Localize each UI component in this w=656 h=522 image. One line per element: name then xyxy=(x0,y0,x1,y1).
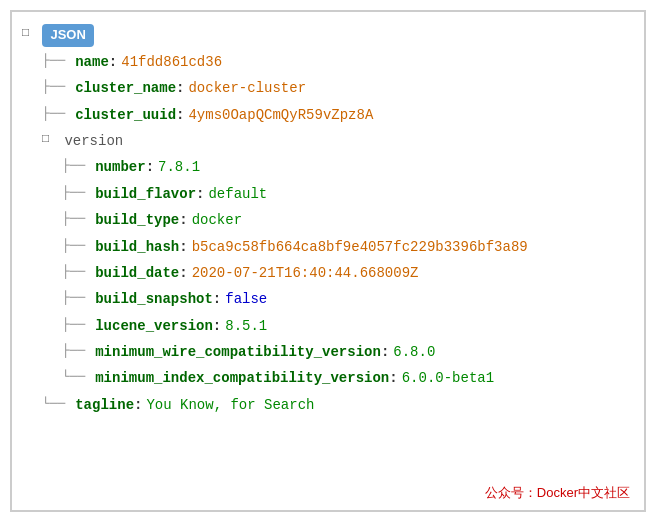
field-build-type: ├── build_type : docker xyxy=(12,207,644,233)
val-tagline: You Know, for Search xyxy=(146,394,314,416)
field-build-hash: ├── build_hash : b5ca9c58fb664ca8bf9e405… xyxy=(12,234,644,260)
key-name: name xyxy=(75,51,109,73)
colon: : xyxy=(109,51,117,73)
colon: : xyxy=(176,104,184,126)
key-lucene-version: lucene_version xyxy=(95,315,213,337)
key-min-wire: minimum_wire_compatibility_version xyxy=(95,341,381,363)
connector: └── xyxy=(62,367,93,388)
field-build-flavor: ├── build_flavor : default xyxy=(12,181,644,207)
connector: ├── xyxy=(62,183,93,204)
colon: : xyxy=(134,394,142,416)
connector: └── xyxy=(42,394,73,415)
collapse-version-icon[interactable]: □ xyxy=(42,130,56,149)
connector: ├── xyxy=(62,288,93,309)
key-build-type: build_type xyxy=(95,209,179,231)
connector: ├── xyxy=(62,315,93,336)
key-number: number xyxy=(95,156,145,178)
root-node[interactable]: □ JSON xyxy=(12,22,644,49)
field-build-snapshot: ├── build_snapshot : false xyxy=(12,286,644,312)
json-viewer: □ JSON ├── name : 41fdd861cd36 ├── clust… xyxy=(10,10,646,512)
val-cluster-uuid: 4yms0OapQCmQyR59vZpz8A xyxy=(188,104,373,126)
field-lucene-version: ├── lucene_version : 8.5.1 xyxy=(12,313,644,339)
key-build-hash: build_hash xyxy=(95,236,179,258)
val-cluster-name: docker-cluster xyxy=(188,77,306,99)
connector: ├── xyxy=(42,104,73,125)
connector: ├── xyxy=(62,209,93,230)
val-name: 41fdd861cd36 xyxy=(121,51,222,73)
field-build-date: ├── build_date : 2020-07-21T16:40:44.668… xyxy=(12,260,644,286)
connector: ├── xyxy=(62,236,93,257)
version-label: version xyxy=(64,130,123,152)
field-tagline: └── tagline : You Know, for Search xyxy=(12,392,644,418)
colon: : xyxy=(176,77,184,99)
field-number: ├── number : 7.8.1 xyxy=(12,154,644,180)
val-build-type: docker xyxy=(192,209,242,231)
colon: : xyxy=(196,183,204,205)
field-min-wire: ├── minimum_wire_compatibility_version :… xyxy=(12,339,644,365)
key-build-date: build_date xyxy=(95,262,179,284)
connector: ├── xyxy=(42,51,73,72)
colon: : xyxy=(179,262,187,284)
field-cluster-name: ├── cluster_name : docker-cluster xyxy=(12,75,644,101)
collapse-icon[interactable]: □ xyxy=(22,24,36,43)
key-build-snapshot: build_snapshot xyxy=(95,288,213,310)
colon: : xyxy=(146,156,154,178)
val-build-date: 2020-07-21T16:40:44.668009Z xyxy=(192,262,419,284)
field-name: ├── name : 41fdd861cd36 xyxy=(12,49,644,75)
colon: : xyxy=(389,367,397,389)
field-cluster-uuid: ├── cluster_uuid : 4yms0OapQCmQyR59vZpz8… xyxy=(12,102,644,128)
colon: : xyxy=(381,341,389,363)
val-build-snapshot: false xyxy=(225,288,267,310)
key-tagline: tagline xyxy=(75,394,134,416)
colon: : xyxy=(179,209,187,231)
json-badge: JSON xyxy=(42,24,93,47)
key-build-flavor: build_flavor xyxy=(95,183,196,205)
key-min-index: minimum_index_compatibility_version xyxy=(95,367,389,389)
val-lucene-version: 8.5.1 xyxy=(225,315,267,337)
val-min-index: 6.0.0-beta1 xyxy=(402,367,494,389)
val-build-flavor: default xyxy=(208,183,267,205)
val-min-wire: 6.8.0 xyxy=(393,341,435,363)
key-cluster-uuid: cluster_uuid xyxy=(75,104,176,126)
watermark: 公众号：Docker中文社区 xyxy=(485,484,630,502)
val-build-hash: b5ca9c58fb664ca8bf9e4057fc229b3396bf3a89 xyxy=(192,236,528,258)
connector: ├── xyxy=(62,341,93,362)
colon: : xyxy=(213,315,221,337)
field-min-index: └── minimum_index_compatibility_version … xyxy=(12,365,644,391)
connector: ├── xyxy=(42,77,73,98)
key-cluster-name: cluster_name xyxy=(75,77,176,99)
val-number: 7.8.1 xyxy=(158,156,200,178)
colon: : xyxy=(213,288,221,310)
field-version-parent[interactable]: □ version xyxy=(12,128,644,154)
connector: ├── xyxy=(62,156,93,177)
colon: : xyxy=(179,236,187,258)
connector: ├── xyxy=(62,262,93,283)
